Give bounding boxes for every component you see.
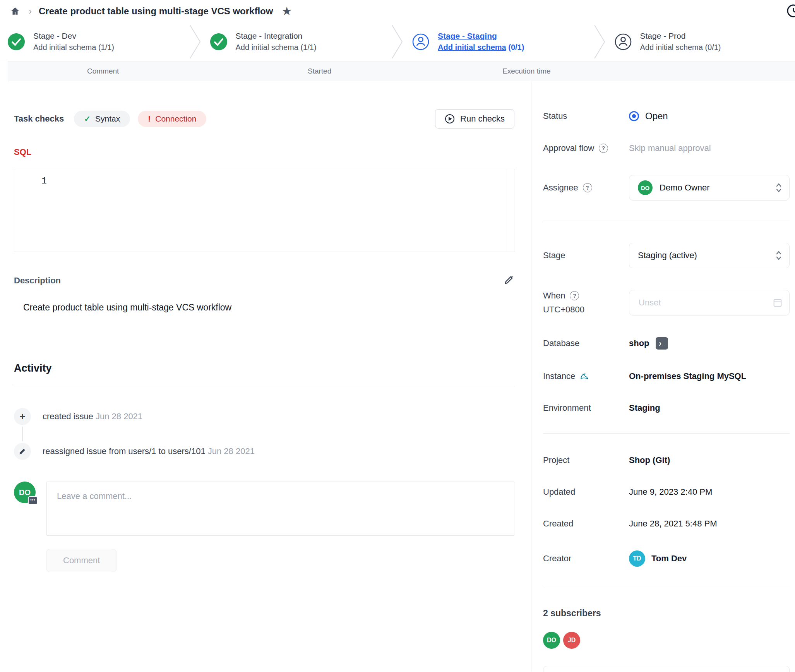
stage-separator-icon <box>391 25 404 58</box>
subscriber-avatars: DO JD <box>543 632 790 649</box>
stage-subtitle: Add initial schema (0/1) <box>438 43 524 52</box>
project-row: Project Shop (Git) <box>543 455 790 465</box>
stage-item-dev[interactable]: Stage - Dev Add initial schema (1/1) <box>8 31 188 52</box>
sql-editor[interactable]: 1 <box>14 169 514 252</box>
stage-item-prod[interactable]: Stage - Prod Add initial schema (0/1) <box>615 31 795 52</box>
speech-bubble-icon: ••• <box>28 496 38 505</box>
sidebar-divider <box>543 433 790 434</box>
home-icon[interactable] <box>10 6 20 16</box>
updated-row: Updated June 9, 2023 2:40 PM <box>543 487 790 497</box>
pencil-icon <box>14 443 31 460</box>
creator-row: Creator TD Tom Dev <box>543 550 790 567</box>
history-icon[interactable] <box>786 3 795 20</box>
comment-input[interactable] <box>46 482 514 536</box>
stage-title: Stage - Integration <box>236 31 317 41</box>
task-checks-label: Task checks <box>14 114 64 124</box>
stage-item-staging[interactable]: Stage - Staging Add initial schema (0/1) <box>412 31 593 52</box>
stage-label: Stage <box>543 250 629 261</box>
calendar-icon <box>772 297 783 308</box>
check-circle-icon <box>210 33 227 50</box>
comment-button[interactable]: Comment <box>46 549 117 572</box>
chevron-up-down-icon <box>775 250 782 261</box>
breadcrumb-chevron-icon: › <box>29 6 32 17</box>
column-header-started: Started <box>308 67 331 75</box>
stage-subtitle: Add initial schema (1/1) <box>236 43 317 52</box>
approval-flow-label: Approval flow ? <box>543 143 629 153</box>
database-value[interactable]: shop <box>629 338 649 348</box>
database-row: Database shop ❯_ <box>543 337 790 350</box>
task-table-header: Comment Started Execution time <box>8 61 795 81</box>
subscribers-heading: 2 subscribers <box>543 608 790 619</box>
instance-label: Instance <box>543 371 629 381</box>
play-circle-icon <box>445 114 455 124</box>
sql-console-icon[interactable]: ❯_ <box>656 337 668 350</box>
avatar[interactable]: JD <box>563 632 580 649</box>
stage-row: Stage Staging (active) <box>543 243 790 268</box>
assignee-select[interactable]: DO Demo Owner <box>629 175 790 201</box>
stage-select[interactable]: Staging (active) <box>629 243 790 268</box>
activity-heading: Activity <box>14 362 514 374</box>
check-badge-connection[interactable]: ! Connection <box>138 111 206 127</box>
stage-title: Stage - Dev <box>33 31 114 41</box>
activity-date: Jun 28 2021 <box>96 411 142 421</box>
unsubscribe-button[interactable]: Unsubscribe <box>543 666 790 672</box>
environment-value: Staging <box>629 403 660 413</box>
assignee-row: Assignee ? DO Demo Owner <box>543 175 790 201</box>
help-icon[interactable]: ? <box>570 291 579 300</box>
approval-flow-value: Skip manual approval <box>629 143 711 153</box>
column-header-execution-time: Execution time <box>502 67 551 75</box>
main-panel: Task checks ✓ Syntax ! Connection Run ch… <box>0 81 531 672</box>
star-icon[interactable]: ★ <box>281 5 292 17</box>
avatar[interactable]: DO <box>543 632 560 649</box>
person-circle-icon <box>412 33 429 50</box>
creator-label: Creator <box>543 554 629 564</box>
status-value[interactable]: Open <box>629 111 668 122</box>
creator-value[interactable]: Tom Dev <box>651 554 687 564</box>
sql-line-number: 1 <box>41 176 47 186</box>
database-label: Database <box>543 338 629 348</box>
sidebar-divider <box>543 587 790 587</box>
project-label: Project <box>543 455 629 465</box>
avatar: DO <box>638 180 653 195</box>
check-fail-icon: ! <box>148 114 151 123</box>
stage-pipeline: Stage - Dev Add initial schema (1/1) Sta… <box>0 22 795 61</box>
activity-connector <box>22 427 23 441</box>
mysql-dolphin-icon <box>580 372 590 381</box>
help-icon[interactable]: ? <box>599 144 608 153</box>
check-badge-syntax[interactable]: ✓ Syntax <box>74 111 130 127</box>
person-circle-icon <box>615 33 632 50</box>
edit-pencil-icon[interactable] <box>504 274 514 287</box>
check-circle-icon <box>8 33 25 50</box>
updated-label: Updated <box>543 487 629 497</box>
approval-flow-row: Approval flow ? Skip manual approval <box>543 143 790 153</box>
avatar: DO ••• <box>14 482 36 503</box>
avatar: TD <box>629 550 645 567</box>
when-date-input[interactable]: Unset <box>629 290 790 315</box>
environment-row: Environment Staging <box>543 403 790 413</box>
instance-value[interactable]: On-premises Staging MySQL <box>629 371 746 381</box>
updated-value: June 9, 2023 2:40 PM <box>629 487 712 497</box>
description-label: Description <box>14 276 61 286</box>
run-checks-button[interactable]: Run checks <box>435 109 514 129</box>
environment-label: Environment <box>543 403 629 413</box>
stage-title: Stage - Prod <box>640 31 721 41</box>
created-label: Created <box>543 519 629 529</box>
chevron-up-down-icon <box>775 183 782 193</box>
description-header: Description <box>14 274 514 287</box>
stage-separator-icon <box>593 25 606 58</box>
stage-item-integration[interactable]: Stage - Integration Add initial schema (… <box>210 31 391 52</box>
stage-subtitle: Add initial schema (1/1) <box>33 43 114 52</box>
stage-title: Stage - Staging <box>438 31 524 41</box>
sql-editor-scrollbar[interactable] <box>507 169 507 252</box>
help-icon[interactable]: ? <box>583 183 592 192</box>
when-label: When ? UTC+0800 <box>543 291 629 315</box>
page-title: Create product table using multi-stage V… <box>39 6 273 17</box>
activity-text: reassigned issue from users/1 to users/1… <box>43 446 255 456</box>
activity-date: Jun 28 2021 <box>208 446 255 456</box>
created-value: June 28, 2021 5:48 PM <box>629 519 717 529</box>
project-value[interactable]: Shop (Git) <box>629 455 670 465</box>
radio-selected-icon <box>629 111 639 121</box>
activity-text: created issue Jun 28 2021 <box>43 411 142 422</box>
activity-divider <box>14 386 514 386</box>
created-row: Created June 28, 2021 5:48 PM <box>543 519 790 529</box>
